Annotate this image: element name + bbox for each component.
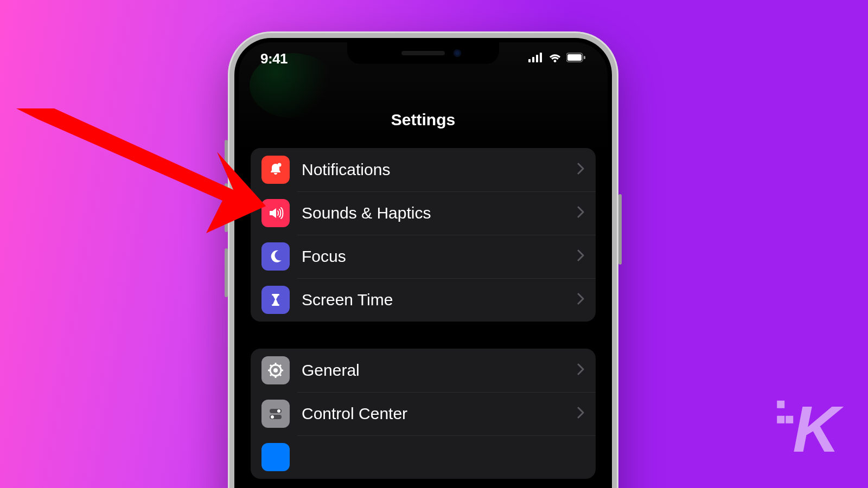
gear-icon: [261, 356, 290, 384]
row-label: General: [302, 361, 577, 380]
mute-switch: [225, 140, 228, 164]
phone-bezel: 9:41 Settings: [234, 38, 612, 488]
wifi-icon: [548, 53, 562, 65]
row-label: Notifications: [302, 160, 577, 179]
svg-rect-5: [567, 54, 582, 61]
chevron-right-icon: [577, 363, 585, 377]
blank-icon: [261, 443, 290, 471]
svg-line-18: [270, 374, 272, 376]
settings-list: Notifications Sounds & Haptics: [239, 148, 608, 479]
svg-point-11: [273, 368, 278, 373]
row-label: Sounds & Haptics: [302, 204, 577, 222]
watermark-dots: ▪▪▪: [775, 396, 793, 426]
row-label: Control Center: [302, 404, 577, 423]
watermark-text: K: [793, 393, 838, 465]
svg-line-19: [279, 365, 281, 367]
watermark: ▪▪▪ K: [793, 391, 838, 466]
sounds-haptics-row[interactable]: Sounds & Haptics: [251, 191, 596, 235]
cellular-icon: [528, 53, 544, 65]
speaker-icon: [261, 199, 290, 227]
partial-row[interactable]: [251, 435, 596, 479]
earpiece: [401, 51, 445, 55]
row-label: Focus: [302, 247, 577, 266]
settings-group-2: General Control Center: [251, 349, 596, 479]
svg-point-23: [271, 415, 274, 419]
screen-time-row[interactable]: Screen Time: [251, 278, 596, 322]
svg-rect-2: [536, 55, 538, 62]
svg-rect-0: [528, 59, 531, 62]
notifications-row[interactable]: Notifications: [251, 148, 596, 191]
svg-rect-1: [532, 57, 534, 62]
svg-line-16: [270, 365, 272, 367]
chevron-right-icon: [577, 206, 585, 220]
svg-line-17: [279, 374, 281, 376]
bell-icon: [261, 156, 290, 184]
toggles-icon: [261, 400, 290, 428]
front-camera: [454, 49, 461, 57]
general-row[interactable]: General: [251, 349, 596, 392]
control-center-row[interactable]: Control Center: [251, 392, 596, 435]
svg-rect-3: [540, 53, 542, 62]
chevron-right-icon: [577, 407, 585, 421]
focus-row[interactable]: Focus: [251, 235, 596, 278]
row-label: Screen Time: [302, 291, 577, 309]
hourglass-icon: [261, 286, 290, 314]
svg-rect-9: [272, 304, 279, 306]
chevron-right-icon: [577, 249, 585, 264]
power-button: [618, 194, 622, 265]
battery-icon: [566, 53, 586, 65]
volume-down-button: [225, 248, 228, 297]
notch: [347, 42, 499, 64]
chevron-right-icon: [577, 163, 585, 177]
status-icons: [528, 53, 586, 65]
moon-icon: [261, 242, 290, 271]
settings-group-1: Notifications Sounds & Haptics: [251, 148, 596, 322]
svg-point-7: [278, 163, 282, 167]
svg-point-21: [277, 409, 280, 413]
chevron-right-icon: [577, 293, 585, 307]
volume-up-button: [225, 183, 228, 232]
phone-frame: 9:41 Settings: [228, 31, 618, 488]
page-title: Settings: [391, 111, 455, 129]
phone-screen: 9:41 Settings: [239, 42, 608, 488]
status-time: 9:41: [260, 50, 288, 67]
svg-rect-6: [584, 56, 585, 59]
svg-rect-8: [272, 294, 279, 296]
